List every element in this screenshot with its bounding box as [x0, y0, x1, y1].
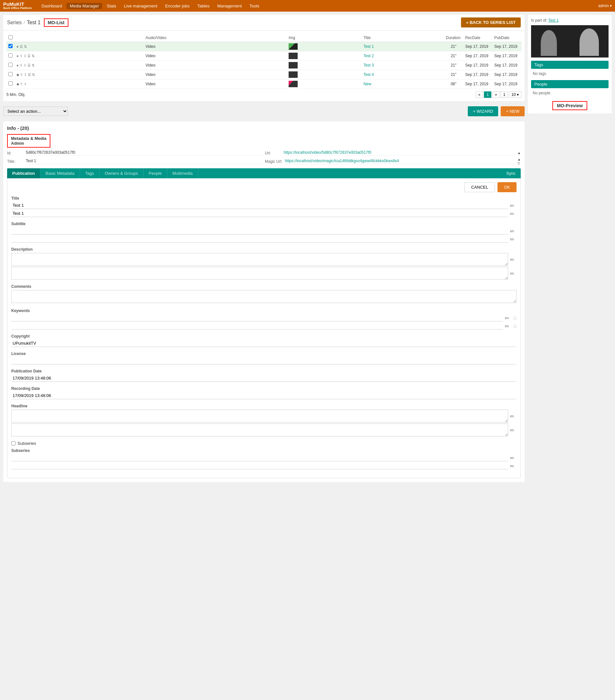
- row-checkbox[interactable]: [9, 82, 13, 86]
- wizard-button[interactable]: + WIZARD: [468, 106, 498, 116]
- url-up-arrow[interactable]: ▲: [517, 151, 521, 155]
- sort-up-icon: ⇧: [20, 63, 23, 67]
- tab-tags[interactable]: Tags: [80, 168, 100, 178]
- tab-basic-metadata[interactable]: Basic Metadata: [40, 168, 80, 178]
- url-label: Url:: [265, 151, 281, 155]
- new-button[interactable]: + NEW: [501, 106, 525, 116]
- tab-people[interactable]: People: [143, 168, 167, 178]
- media-table: Audio/Video Img Title Duration RecDate P…: [7, 34, 521, 89]
- subseries-field-label: Subseries: [11, 448, 516, 453]
- headline-field-label: Headline: [11, 404, 516, 408]
- license-input[interactable]: [11, 357, 516, 364]
- nav-management[interactable]: Management: [214, 3, 245, 9]
- row-checkbox[interactable]: [9, 72, 13, 76]
- breadcrumb-series[interactable]: Series: [7, 20, 22, 26]
- url-value[interactable]: https://localhost/video/5d80c7f672637e00…: [284, 150, 515, 156]
- table-row[interactable]: ● ⇧ ⇩ ☰ ⇅ Video Test 2 21" Sep 17, 2019: [7, 51, 521, 61]
- table-row[interactable]: ◆ ⇧ ⇩ Video New 06" Sep 17, 2019 Sep 17,…: [7, 79, 521, 89]
- subtitle-en-input[interactable]: [11, 227, 508, 235]
- row-icons: ● ⇧ ⇩ ☰ ⇅: [16, 54, 142, 58]
- subtitle-field-group: Subtitle en es: [11, 222, 516, 242]
- nav-media-manager[interactable]: Media Manager: [66, 3, 102, 9]
- nav-encoder[interactable]: Encoder jobs: [162, 3, 193, 9]
- page-prev[interactable]: «: [476, 91, 483, 98]
- keywords-es-copy-icon[interactable]: ▢: [513, 324, 516, 328]
- page-size[interactable]: 10 ▾: [509, 91, 521, 98]
- wifi-icon: ●: [16, 45, 19, 48]
- magic-url-value[interactable]: https://localhost/video/magic/tca146fddk…: [285, 159, 515, 164]
- subtitle-es-input[interactable]: [11, 236, 508, 242]
- nav-tables[interactable]: Tables: [194, 3, 213, 9]
- keywords-en-input[interactable]: [11, 314, 503, 322]
- row-thumbnail: [289, 53, 298, 59]
- pub-date-row: [11, 375, 516, 382]
- sync-button[interactable]: Sync: [501, 168, 521, 178]
- tab-bar: Publication Basic Metadata Tags Owners &…: [7, 168, 521, 178]
- sort-up-icon: ⇧: [20, 54, 23, 58]
- row-title[interactable]: Test 2: [362, 51, 444, 61]
- page-next[interactable]: »: [492, 91, 500, 98]
- title-es-input[interactable]: [11, 210, 508, 217]
- comments-field-label: Comments: [11, 284, 516, 289]
- sort-icon: ⇅: [24, 45, 27, 49]
- row-checkbox[interactable]: [9, 44, 13, 48]
- page-1[interactable]: 1: [484, 91, 491, 98]
- page-num[interactable]: 1: [501, 91, 508, 98]
- tab-owners-groups[interactable]: Owners & Groups: [100, 168, 143, 178]
- description-es-textarea[interactable]: [11, 267, 508, 280]
- title-en-input[interactable]: [11, 202, 508, 209]
- back-to-series-button[interactable]: « BACK TO SERIES LIST: [461, 17, 521, 27]
- row-title[interactable]: Test 3: [362, 61, 444, 70]
- tab-multimedia[interactable]: Multimedia: [167, 168, 198, 178]
- subseries-check-label: Subseries: [17, 441, 36, 446]
- nav-tools[interactable]: Tools: [246, 3, 262, 9]
- keywords-en-copy-icon[interactable]: ▢: [513, 316, 516, 320]
- subseries-es-input[interactable]: [11, 462, 508, 470]
- nav-stats[interactable]: Stats: [103, 3, 119, 9]
- table-row[interactable]: ◆ ⇧ ⇩ ☰ ⇅ Video Test 4 21" Sep 17, 2019: [7, 70, 521, 79]
- row-checkbox[interactable]: [9, 63, 13, 67]
- table-row[interactable]: ● ⇧ ⇩ ☰ ⇅ Video Test 3 21" Sep 17, 2019: [7, 61, 521, 70]
- subseries-en-input[interactable]: [11, 454, 508, 461]
- magic-url-up-arrow[interactable]: ▲: [517, 158, 521, 161]
- description-field-label: Description: [11, 247, 516, 252]
- title-es-row: es: [11, 210, 516, 217]
- table-row[interactable]: ● ☰ ⇅ Video Test 1 21" Sep 17, 2019 Sep …: [7, 42, 521, 51]
- tab-publication[interactable]: Publication: [7, 168, 40, 178]
- description-en-textarea[interactable]: [11, 253, 508, 266]
- copyright-input[interactable]: [11, 340, 516, 347]
- row-av: Video: [144, 61, 287, 70]
- select-all-checkbox[interactable]: [9, 35, 13, 39]
- headline-en-row: en: [11, 410, 516, 423]
- pub-date-input[interactable]: [11, 375, 516, 382]
- magic-url-down-arrow[interactable]: ▽: [517, 162, 521, 165]
- table-footer: 5 Mm. Obj. « 1 » 1 10 ▾: [7, 91, 521, 98]
- subseries-checkbox[interactable]: [11, 441, 15, 446]
- rec-date-input[interactable]: [11, 392, 516, 399]
- sort-up-icon: ⇧: [20, 82, 23, 86]
- ok-button[interactable]: OK: [498, 182, 516, 192]
- series-link[interactable]: Test 1: [548, 18, 559, 23]
- bars-icon: ☰: [20, 45, 23, 49]
- comments-textarea[interactable]: [11, 290, 516, 303]
- subseries-field-group: Subseries en es: [11, 448, 516, 470]
- row-title[interactable]: New: [362, 79, 444, 89]
- copyright-field-label: Copyright: [11, 334, 516, 339]
- row-title[interactable]: Test 4: [362, 70, 444, 79]
- col-header-recdate: RecDate: [463, 34, 492, 42]
- nav-dashboard[interactable]: Dashboard: [38, 3, 65, 9]
- id-label: Id:: [7, 151, 23, 155]
- keywords-es-input[interactable]: [11, 322, 503, 329]
- cancel-button[interactable]: CANCEL: [464, 182, 495, 192]
- headline-en-textarea[interactable]: [11, 410, 508, 423]
- action-select[interactable]: Select an action...: [3, 107, 68, 116]
- admin-menu[interactable]: admin ▾: [598, 3, 612, 8]
- form-actions: CANCEL OK: [11, 182, 516, 192]
- row-recdate: Sep 17, 2019: [463, 61, 492, 70]
- row-checkbox[interactable]: [9, 53, 13, 58]
- row-icons: ◆ ⇧ ⇩ ☰ ⇅: [16, 73, 142, 77]
- url-actions: ▲: [517, 151, 521, 155]
- nav-live[interactable]: Live management: [121, 3, 161, 9]
- headline-es-textarea[interactable]: [11, 424, 508, 436]
- row-title[interactable]: Test 1: [362, 42, 444, 51]
